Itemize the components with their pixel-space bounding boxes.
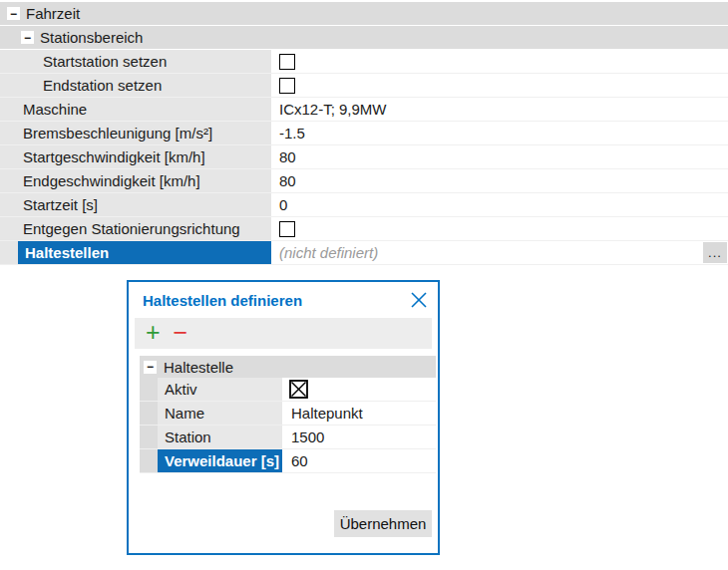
property-value-cell[interactable]: 80 [271, 145, 728, 168]
property-label-cell: Station [158, 426, 282, 448]
property-label: Bremsbeschleunigung [m/s²] [23, 125, 212, 142]
property-label: Endstation setzen [43, 77, 162, 94]
row-maschine: Maschine ICx12-T; 9,9MW [0, 98, 728, 122]
open-editor-button[interactable]: ... [703, 242, 727, 263]
property-value[interactable]: 60 [282, 452, 308, 469]
property-label: Verweildauer [s] [165, 452, 279, 469]
property-value-cell[interactable]: (nicht definiert) ... [271, 241, 728, 264]
property-label-cell: Bremsbeschleunigung [m/s²] [0, 122, 271, 144]
property-label-cell: Startstation setzen [0, 50, 271, 73]
property-value-cell[interactable]: 80 [271, 169, 728, 192]
property-label: Startgeschwindigkeit [km/h] [23, 148, 205, 165]
property-label: Entgegen Stationierungsrichtung [23, 220, 240, 237]
row-endgeschwindigkeit: Endgeschwindigkeit [km/h] 80 [0, 169, 728, 193]
property-value-cell[interactable]: Haltepunkt [282, 402, 436, 425]
property-value[interactable]: Haltepunkt [282, 405, 363, 422]
unchecked-checkbox[interactable] [279, 54, 295, 70]
property-label-cell: Aktiv [158, 378, 282, 401]
row-startstation-setzen: Startstation setzen [0, 50, 728, 74]
row-verweildauer[interactable]: Verweildauer [s] 60 [140, 449, 436, 473]
row-endstation-setzen: Endstation setzen [0, 74, 728, 98]
group-label: Fahrzeit [26, 5, 80, 22]
collapse-icon[interactable]: − [144, 361, 157, 374]
row-aktiv: Aktiv [140, 378, 436, 402]
property-label: Aktiv [165, 381, 197, 398]
property-value-cell[interactable]: 1500 [282, 426, 436, 448]
property-value[interactable]: 80 [271, 172, 296, 189]
close-icon[interactable] [410, 291, 428, 309]
checked-checkbox-icon[interactable] [289, 380, 308, 399]
dialog-toolbar: + − [135, 318, 432, 349]
indent-band [140, 378, 158, 401]
property-label: Endgeschwindigkeit [km/h] [23, 172, 200, 189]
group-label: Haltestelle [164, 359, 233, 376]
property-value: (nicht definiert) [271, 244, 378, 261]
property-label: Maschine [23, 101, 87, 118]
property-value-cell[interactable]: 0 [271, 193, 728, 216]
remove-icon[interactable]: − [174, 320, 188, 345]
indent-band [140, 426, 158, 448]
collapse-icon[interactable]: − [21, 31, 34, 44]
property-value-cell[interactable]: -1.5 [271, 122, 728, 144]
property-label: Startzeit [s] [23, 196, 98, 213]
group-label: Stationsbereich [40, 29, 143, 46]
add-icon[interactable]: + [146, 320, 161, 345]
row-startgeschwindigkeit: Startgeschwindigkeit [km/h] 80 [0, 145, 728, 169]
row-station: Station 1500 [140, 426, 436, 449]
dialog-property-grid: Aktiv Name Haltepunkt Station [140, 378, 436, 473]
property-label-cell[interactable]: Haltestellen [0, 241, 271, 264]
apply-button[interactable]: Übernehmen [334, 510, 432, 537]
property-value[interactable]: ICx12-T; 9,9MW [271, 101, 387, 118]
dialog-title: Haltestellen definieren [143, 292, 302, 309]
group-row-stationsbereich[interactable]: − Stationsbereich [0, 26, 728, 50]
group-row-haltestelle[interactable]: − Haltestelle [140, 356, 436, 378]
row-bremsbeschleunigung: Bremsbeschleunigung [m/s²] -1.5 [0, 122, 728, 145]
property-value-cell [271, 217, 728, 240]
property-value[interactable]: 0 [271, 196, 287, 213]
property-label-cell: Endgeschwindigkeit [km/h] [0, 169, 271, 192]
property-label-cell[interactable]: Verweildauer [s] [158, 449, 282, 472]
property-label: Name [165, 405, 204, 422]
indent-band [140, 402, 158, 425]
property-value[interactable]: 80 [271, 148, 296, 165]
property-value[interactable]: -1.5 [271, 125, 305, 142]
property-grid: − Fahrzeit − Stationsbereich Startstatio… [0, 2, 728, 265]
row-name: Name Haltepunkt [140, 402, 436, 426]
property-label: Station [165, 428, 211, 445]
unchecked-checkbox[interactable] [279, 221, 295, 237]
property-value-cell [282, 378, 436, 401]
property-label: Startstation setzen [43, 53, 167, 70]
collapse-icon[interactable]: − [7, 7, 20, 20]
property-value-cell [271, 50, 728, 73]
property-value[interactable]: 1500 [282, 428, 324, 445]
indent-band [140, 449, 158, 472]
property-label-cell: Startzeit [s] [0, 193, 271, 216]
property-value-cell[interactable]: ICx12-T; 9,9MW [271, 98, 728, 121]
unchecked-checkbox[interactable] [279, 78, 295, 94]
property-label-cell: Endstation setzen [0, 74, 271, 97]
property-value-cell [271, 74, 728, 97]
property-label: Haltestellen [25, 244, 109, 261]
group-row-fahrzeit[interactable]: − Fahrzeit [0, 2, 728, 26]
property-label-cell: Maschine [0, 98, 271, 121]
haltestellen-dialog: Haltestellen definieren + − − Haltestell… [127, 280, 440, 555]
row-startzeit: Startzeit [s] 0 [0, 193, 728, 217]
property-label-cell: Name [158, 402, 282, 425]
row-entgegen-stationierungsrichtung: Entgegen Stationierungsrichtung [0, 217, 728, 241]
property-value-cell[interactable]: 60 [282, 449, 436, 472]
property-label-cell: Startgeschwindigkeit [km/h] [0, 145, 271, 168]
row-haltestellen[interactable]: Haltestellen (nicht definiert) ... [0, 241, 728, 265]
property-label-cell: Entgegen Stationierungsrichtung [0, 217, 271, 240]
